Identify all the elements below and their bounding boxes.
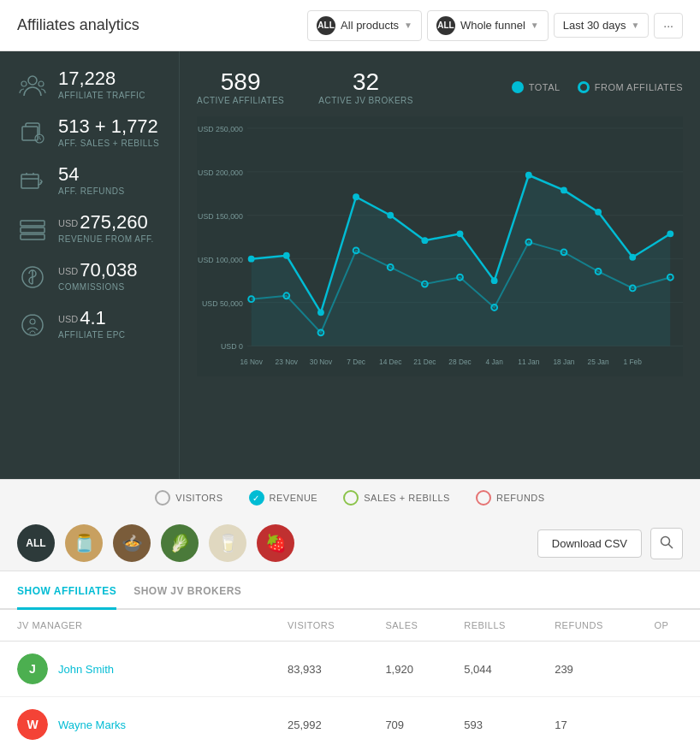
- more-icon: ···: [663, 19, 673, 33]
- svg-text:4 Jan: 4 Jan: [485, 358, 503, 366]
- svg-rect-6: [21, 221, 44, 226]
- rebills-cell-1: 593: [450, 697, 541, 752]
- stat-commissions: USD70,038 COMMISSIONS: [17, 260, 162, 293]
- affiliate-name-0[interactable]: John Smith: [58, 663, 114, 676]
- refunds-cell-0: 239: [541, 642, 640, 697]
- stats-left: 17,228 AFFILIATE TRAFFIC 513 + 1,772 AFF…: [0, 51, 180, 479]
- revenue-usd: USD: [58, 218, 78, 228]
- filter-revenue-circle: ✓: [249, 490, 264, 506]
- filter-refunds-label: REFUNDS: [496, 493, 545, 503]
- svg-text:USD 200,000: USD 200,000: [198, 169, 243, 177]
- filter-sales-circle: [343, 490, 359, 506]
- svg-text:25 Jan: 25 Jan: [588, 358, 609, 366]
- table-row: W Wayne Marks 25,992 709 593 17: [0, 697, 700, 752]
- whole-funnel-badge: ALL: [436, 16, 455, 35]
- product-thumb-1[interactable]: 🫙: [65, 524, 103, 562]
- affiliate-name-1[interactable]: Wayne Marks: [58, 718, 126, 731]
- header: Affiliates analytics ALL All products ▼ …: [0, 0, 700, 51]
- svg-text:USD 50,000: USD 50,000: [202, 299, 243, 308]
- revenue-icon: [17, 214, 48, 245]
- search-button[interactable]: [650, 528, 683, 559]
- epc-label: AFFILIATE EPC: [58, 330, 126, 340]
- filter-refunds[interactable]: REFUNDS: [476, 490, 545, 506]
- all-products-label: All products: [341, 19, 399, 32]
- svg-text:30 Nov: 30 Nov: [310, 358, 333, 366]
- sales-cell-1: 709: [371, 697, 450, 752]
- legend-total-dot: [512, 81, 524, 93]
- svg-point-28: [387, 212, 394, 219]
- filter-visitors-circle: [155, 490, 170, 506]
- tab-show-jv-brokers[interactable]: SHOW JV BROKERS: [133, 585, 241, 608]
- legend-total-label: TOTAL: [529, 82, 561, 92]
- affiliate-traffic-icon: [17, 70, 48, 101]
- product-bar: ALL 🫙 🍲 🥬 🥛 🍓 Download CSV: [0, 516, 700, 571]
- page-title: Affiliates analytics: [17, 16, 307, 34]
- affiliate-avatar-0: J: [17, 653, 48, 684]
- svg-point-33: [561, 186, 567, 193]
- header-controls: ALL All products ▼ ALL Whole funnel ▼ La…: [307, 10, 683, 41]
- download-csv-button[interactable]: Download CSV: [537, 529, 642, 558]
- svg-text:16 Nov: 16 Nov: [240, 358, 263, 366]
- active-jv-label: ACTIVE JV BROKERS: [318, 96, 413, 105]
- svg-text:11 Jan: 11 Jan: [518, 358, 539, 366]
- all-products-dropdown[interactable]: ALL All products ▼: [307, 10, 422, 41]
- svg-point-10: [30, 319, 35, 324]
- svg-text:28 Dec: 28 Dec: [448, 358, 471, 366]
- aff-sales-icon: [17, 118, 48, 149]
- affiliates-table: JV MANAGER VISITORS SALES REBILLS REFUND…: [0, 610, 700, 751]
- rebills-cell-0: 5,044: [450, 642, 541, 697]
- chart-container: USD 250,000 USD 200,000 USD 150,000 USD …: [197, 114, 683, 479]
- visitors-cell-0: 83,933: [274, 642, 371, 697]
- stat-revenue: USD275,260 REVENUE FROM AFF.: [17, 212, 162, 245]
- svg-point-26: [317, 309, 324, 316]
- col-refunds: REFUNDS: [541, 610, 640, 642]
- whole-funnel-dropdown[interactable]: ALL Whole funnel ▼: [427, 10, 549, 41]
- product-thumb-3[interactable]: 🥬: [161, 524, 199, 562]
- chart-legend: TOTAL FROM AFFILIATES: [512, 68, 683, 105]
- product-all-button[interactable]: ALL: [17, 524, 55, 562]
- affiliate-traffic-value: 17,228: [58, 68, 145, 89]
- svg-text:23 Nov: 23 Nov: [276, 358, 299, 366]
- aff-sales-label: AFF. SALES + REBILLS: [58, 139, 159, 148]
- svg-text:14 Dec: 14 Dec: [379, 358, 401, 366]
- chart-header: 589 ACTIVE AFFILIATES 32 ACTIVE JV BROKE…: [197, 68, 683, 105]
- svg-point-31: [491, 277, 498, 284]
- svg-rect-7: [21, 228, 44, 233]
- stats-panel: 17,228 AFFILIATE TRAFFIC 513 + 1,772 AFF…: [0, 51, 700, 479]
- filter-refunds-circle: [476, 490, 491, 506]
- svg-point-30: [457, 230, 464, 237]
- svg-text:USD 250,000: USD 250,000: [198, 125, 243, 133]
- svg-point-24: [248, 256, 255, 263]
- filter-revenue[interactable]: ✓ REVENUE: [249, 490, 318, 506]
- svg-point-34: [595, 209, 602, 216]
- affiliate-avatar-1: W: [17, 709, 48, 740]
- filter-visitors[interactable]: VISITORS: [155, 490, 222, 506]
- more-button[interactable]: ···: [654, 13, 683, 38]
- aff-refunds-value: 54: [58, 164, 125, 185]
- table-section: SHOW AFFILIATES SHOW JV BROKERS JV MANAG…: [0, 571, 700, 751]
- date-range-dropdown[interactable]: Last 30 days ▼: [554, 13, 650, 38]
- commissions-icon: [17, 262, 48, 293]
- all-products-badge: ALL: [317, 16, 335, 35]
- product-thumb-4[interactable]: 🥛: [209, 524, 246, 562]
- table-header-row: JV MANAGER VISITORS SALES REBILLS REFUND…: [0, 610, 700, 642]
- active-affiliates-stat: 589 ACTIVE AFFILIATES: [197, 68, 284, 105]
- svg-point-29: [421, 237, 428, 244]
- col-sales: SALES: [371, 610, 450, 642]
- svg-point-0: [28, 76, 37, 85]
- col-rebills: REBILLS: [450, 610, 541, 642]
- tab-show-affiliates[interactable]: SHOW AFFILIATES: [17, 585, 116, 610]
- op-cell-0: [641, 642, 700, 697]
- stat-aff-refunds: 54 AFF. REFUNDS: [17, 164, 162, 197]
- filter-sales[interactable]: SALES + REBILLS: [343, 490, 450, 506]
- svg-text:1 Feb: 1 Feb: [624, 358, 643, 366]
- filter-sales-label: SALES + REBILLS: [364, 493, 450, 503]
- chart-filters: VISITORS ✓ REVENUE SALES + REBILLS REFUN…: [0, 479, 700, 516]
- svg-text:USD 0: USD 0: [221, 342, 243, 351]
- epc-value: USD4.1: [58, 308, 126, 328]
- product-thumb-5[interactable]: 🍓: [257, 524, 294, 562]
- date-range-arrow: ▼: [631, 21, 639, 30]
- table-tabs: SHOW AFFILIATES SHOW JV BROKERS: [0, 571, 700, 610]
- product-thumb-2[interactable]: 🍲: [113, 524, 151, 562]
- commissions-usd: USD: [58, 266, 78, 276]
